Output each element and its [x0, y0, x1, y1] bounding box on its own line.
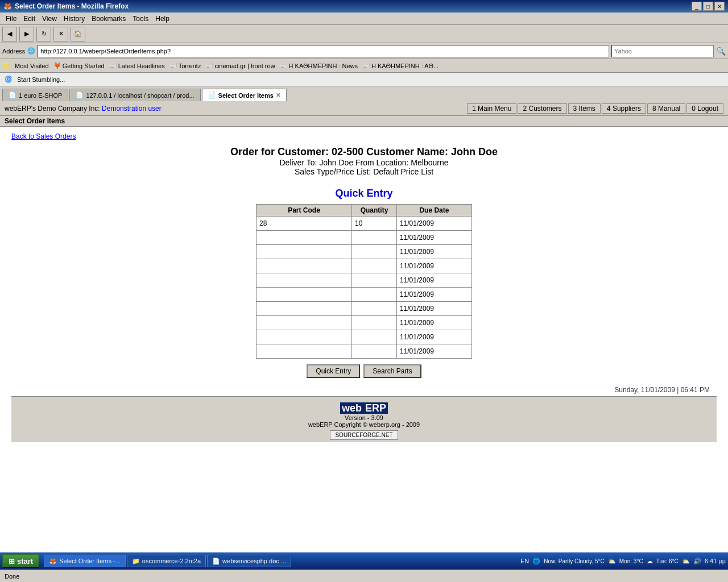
bookmark-getting-started[interactable]: 🦊 Getting Started: [53, 62, 105, 69]
stumble-bar: 🌀 Start Stumbling...: [0, 73, 728, 86]
menu-view[interactable]: View: [39, 14, 60, 24]
menu-bookmarks[interactable]: Bookmarks: [88, 14, 129, 24]
menu-tools[interactable]: Tools: [129, 14, 152, 24]
quantity-input-2[interactable]: [353, 246, 396, 258]
menu-edit[interactable]: Edit: [20, 14, 39, 24]
due-date-input-4[interactable]: [398, 274, 471, 286]
url-input[interactable]: [38, 45, 609, 57]
tab-close-icon[interactable]: ✕: [276, 92, 280, 98]
due-date-input-7[interactable]: [398, 317, 471, 329]
search-icon[interactable]: 🔍: [716, 47, 726, 56]
rss-icon5: 📰: [362, 62, 370, 69]
order-line1: Order for Customer: 02-500 Customer Name…: [11, 146, 717, 158]
order-line2: Deliver To: John Doe From Location: Melb…: [11, 158, 717, 167]
quantity-input-6[interactable]: [353, 302, 396, 315]
tab-localhost[interactable]: 📄 127.0.0.1 / localhost / shopcart / pro…: [69, 89, 200, 101]
quick-entry-button[interactable]: Quick Entry: [307, 364, 360, 378]
header-quantity: Quantity: [352, 205, 397, 217]
weberp-logo: webERP: [11, 402, 717, 414]
quantity-input-0[interactable]: [353, 217, 396, 230]
quick-entry-heading: Quick Entry: [11, 188, 717, 199]
menu-bar: File Edit View History Bookmarks Tools H…: [0, 13, 728, 25]
search-input[interactable]: [611, 45, 714, 57]
due-date-input-0[interactable]: [398, 217, 471, 230]
quantity-input-1[interactable]: [353, 231, 396, 244]
quantity-input-9[interactable]: [353, 345, 396, 357]
back-button[interactable]: ◀: [2, 27, 17, 41]
part-code-input-5[interactable]: [257, 288, 351, 301]
quantity-input-4[interactable]: [353, 274, 396, 286]
table-row: [257, 288, 472, 302]
bookmark-kathimerini-news[interactable]: 📰 Η ΚΑΘΗΜΕΡΙΝΗ : News: [280, 62, 358, 69]
nav-suppliers[interactable]: 4 Suppliers: [602, 103, 646, 114]
forward-button[interactable]: ▶: [19, 27, 34, 41]
table-row: [257, 217, 472, 231]
nav-items[interactable]: 3 Items: [568, 103, 601, 114]
quantity-input-8[interactable]: [353, 331, 396, 343]
back-to-sales-orders[interactable]: Back to Sales Orders: [11, 132, 717, 140]
table-row: [257, 273, 472, 288]
address-bar: Address 🌐 🔍: [0, 43, 728, 59]
maximize-button[interactable]: □: [703, 2, 713, 11]
quantity-input-7[interactable]: [353, 317, 396, 329]
nav-customers[interactable]: 2 Customers: [518, 103, 566, 114]
table-row: [257, 259, 472, 273]
stop-button[interactable]: ✕: [53, 27, 68, 41]
due-date-input-1[interactable]: [398, 231, 471, 244]
address-label: Address: [2, 48, 25, 55]
nav-manual[interactable]: 8 Manual: [647, 103, 685, 114]
bookmark-cinemad[interactable]: 📰 cinemad.gr | front row: [205, 62, 275, 69]
close-button[interactable]: ✕: [714, 2, 725, 11]
due-date-input-9[interactable]: [398, 345, 471, 357]
company-name: webERP's Demo Company Inc: Demonstration…: [5, 105, 162, 113]
part-code-input-6[interactable]: [257, 302, 351, 315]
due-date-input-2[interactable]: [398, 246, 471, 258]
home-button[interactable]: 🏠: [71, 27, 85, 41]
part-code-input-7[interactable]: [257, 317, 351, 329]
sourceforge-badge[interactable]: SOURCEFORGE.NET: [330, 430, 398, 440]
tab-eshop[interactable]: 📄 1 euro E-SHOP: [2, 89, 68, 101]
window-title: Select Order Items - Mozilla Firefox: [15, 2, 129, 10]
due-date-input-5[interactable]: [398, 288, 471, 301]
reload-button[interactable]: ↻: [36, 27, 51, 41]
demo-user-link[interactable]: Demonstration user: [102, 105, 162, 113]
menu-file[interactable]: File: [2, 14, 20, 24]
bookmark-headlines[interactable]: 📰 Latest Headlines: [109, 62, 165, 69]
menu-help[interactable]: Help: [152, 14, 173, 24]
nav-links: 1 Main Menu 2 Customers 3 Items 4 Suppli…: [467, 103, 723, 114]
toolbar: ◀ ▶ ↻ ✕ 🏠: [0, 25, 728, 43]
table-row: [257, 316, 472, 330]
part-code-input-0[interactable]: [257, 217, 351, 230]
part-code-input-1[interactable]: [257, 231, 351, 244]
erp-nav: webERP's Demo Company Inc: Demonstration…: [0, 101, 728, 116]
stumble-icon: 🌀: [5, 76, 13, 83]
part-code-input-3[interactable]: [257, 260, 351, 272]
due-date-input-8[interactable]: [398, 331, 471, 343]
logo-web: web: [340, 402, 363, 414]
bookmark-torrentz[interactable]: 📰 Torrentz: [169, 62, 201, 69]
quantity-input-3[interactable]: [353, 260, 396, 272]
bookmark-most-visited[interactable]: Most Visited: [15, 63, 49, 69]
tab-select-order[interactable]: 📄 Select Order Items ✕: [202, 89, 287, 101]
nav-main-menu[interactable]: 1 Main Menu: [467, 103, 516, 114]
due-date-input-3[interactable]: [398, 260, 471, 272]
entry-table: Part Code Quantity Due Date: [256, 204, 472, 359]
table-row: [257, 344, 472, 359]
rss-icon: 📰: [109, 62, 117, 69]
part-code-input-2[interactable]: [257, 246, 351, 258]
part-code-input-8[interactable]: [257, 331, 351, 343]
menu-history[interactable]: History: [60, 14, 88, 24]
due-date-input-6[interactable]: [398, 302, 471, 315]
bookmarks-icon: ⭐: [2, 62, 10, 69]
minimize-button[interactable]: _: [692, 2, 702, 11]
nav-logout[interactable]: 0 Logout: [686, 103, 723, 114]
address-icon: 🌐: [27, 47, 35, 55]
part-code-input-9[interactable]: [257, 345, 351, 357]
browser-icon: 🦊: [3, 2, 12, 10]
quantity-input-5[interactable]: [353, 288, 396, 301]
footer: webERP Version - 3.09 webERP Copyright ©…: [11, 396, 717, 442]
search-parts-button[interactable]: Search Parts: [363, 364, 421, 378]
erp-page-title: Select Order Items: [0, 116, 728, 127]
bookmark-kathimerini-ao[interactable]: 📰 Η ΚΑΘΗΜΕΡΙΝΗ : ΑΘ...: [362, 62, 439, 69]
part-code-input-4[interactable]: [257, 274, 351, 286]
